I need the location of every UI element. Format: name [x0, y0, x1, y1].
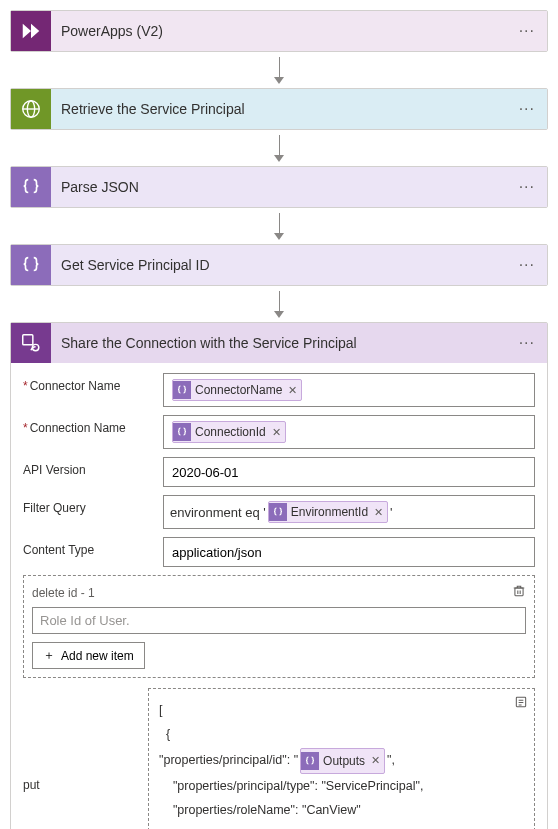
token-connector-name[interactable]: ConnectorName ✕: [172, 379, 302, 401]
step-retrieve[interactable]: Retrieve the Service Principal ···: [10, 88, 548, 130]
field-label: Filter Query: [23, 495, 163, 515]
content-type-value[interactable]: [170, 544, 528, 561]
arrow-connector: [10, 130, 548, 166]
step-header[interactable]: Parse JSON ···: [11, 167, 547, 207]
field-filter-query: Filter Query environment eq ' Environmen…: [23, 495, 535, 529]
step-menu-button[interactable]: ···: [515, 178, 539, 196]
field-connection-name: *Connection Name ConnectionId ✕: [23, 415, 535, 449]
powerapps-icon: [11, 11, 51, 51]
token-remove-icon[interactable]: ✕: [270, 426, 283, 439]
step-powerapps[interactable]: PowerApps (V2) ···: [10, 10, 548, 52]
globe-icon: [11, 89, 51, 129]
delete-section-title: delete id - 1: [32, 586, 95, 600]
delete-icon[interactable]: [512, 584, 526, 601]
svg-rect-3: [23, 335, 33, 345]
token-label: Outputs: [323, 750, 365, 773]
filter-prefix-text: environment eq ': [170, 505, 266, 520]
token-label: ConnectionId: [195, 425, 266, 439]
token-label: EnvironmentId: [291, 505, 368, 519]
token-environment-id[interactable]: EnvironmentId ✕: [268, 501, 388, 523]
field-label: *Connector Name: [23, 373, 163, 393]
put-section: put [ { "properties/principal/id": " Out…: [23, 688, 535, 829]
connector-name-input[interactable]: ConnectorName ✕: [163, 373, 535, 407]
step-title: Share the Connection with the Service Pr…: [51, 335, 515, 351]
token-remove-icon[interactable]: ✕: [372, 506, 385, 519]
field-label: API Version: [23, 457, 163, 477]
field-connector-name: *Connector Name ConnectorName ✕: [23, 373, 535, 407]
token-braces-icon: [173, 423, 191, 441]
field-api-version: API Version: [23, 457, 535, 487]
arrow-connector: [10, 208, 548, 244]
step-share-connection: Share the Connection with the Service Pr…: [10, 322, 548, 829]
field-content-type: Content Type: [23, 537, 535, 567]
field-label: Content Type: [23, 537, 163, 557]
step-header[interactable]: PowerApps (V2) ···: [11, 11, 547, 51]
token-connection-id[interactable]: ConnectionId ✕: [172, 421, 286, 443]
step-menu-button[interactable]: ···: [515, 334, 539, 352]
delete-section: delete id - 1 ＋ Add new item: [23, 575, 535, 678]
step-title: Retrieve the Service Principal: [51, 101, 515, 117]
role-id-input[interactable]: [32, 607, 526, 634]
arrow-connector: [10, 286, 548, 322]
connection-name-input[interactable]: ConnectionId ✕: [163, 415, 535, 449]
step-header[interactable]: Get Service Principal ID ···: [11, 245, 547, 285]
token-braces-icon: [269, 503, 287, 521]
switch-mode-icon[interactable]: [514, 695, 528, 712]
braces-icon: [11, 245, 51, 285]
step-header[interactable]: Share the Connection with the Service Pr…: [11, 323, 547, 363]
add-new-item-button[interactable]: ＋ Add new item: [32, 642, 145, 669]
step-parse-json[interactable]: Parse JSON ···: [10, 166, 548, 208]
token-braces-icon: [301, 752, 319, 770]
token-braces-icon: [173, 381, 191, 399]
step-title: Get Service Principal ID: [51, 257, 515, 273]
json-body: [ { "properties/principal/id": " Outputs…: [159, 699, 524, 829]
step-menu-button[interactable]: ···: [515, 22, 539, 40]
token-remove-icon[interactable]: ✕: [286, 384, 299, 397]
step-header[interactable]: Retrieve the Service Principal ···: [11, 89, 547, 129]
field-label: *Connection Name: [23, 415, 163, 435]
share-user-icon: [11, 323, 51, 363]
svg-rect-5: [515, 588, 523, 596]
token-label: ConnectorName: [195, 383, 282, 397]
step-body: *Connector Name ConnectorName ✕ *Connect…: [11, 363, 547, 829]
arrow-connector: [10, 52, 548, 88]
api-version-input[interactable]: [163, 457, 535, 487]
step-title: Parse JSON: [51, 179, 515, 195]
filter-query-input[interactable]: environment eq ' EnvironmentId ✕ ': [163, 495, 535, 529]
step-title: PowerApps (V2): [51, 23, 515, 39]
step-menu-button[interactable]: ···: [515, 100, 539, 118]
token-remove-icon[interactable]: ✕: [369, 750, 382, 771]
content-type-input[interactable]: [163, 537, 535, 567]
step-menu-button[interactable]: ···: [515, 256, 539, 274]
token-outputs[interactable]: Outputs ✕: [300, 748, 385, 775]
plus-icon: ＋: [43, 647, 55, 664]
api-version-value[interactable]: [170, 464, 528, 481]
braces-icon: [11, 167, 51, 207]
step-get-id[interactable]: Get Service Principal ID ···: [10, 244, 548, 286]
put-body-input[interactable]: [ { "properties/principal/id": " Outputs…: [148, 688, 535, 829]
put-label: put: [23, 688, 148, 829]
